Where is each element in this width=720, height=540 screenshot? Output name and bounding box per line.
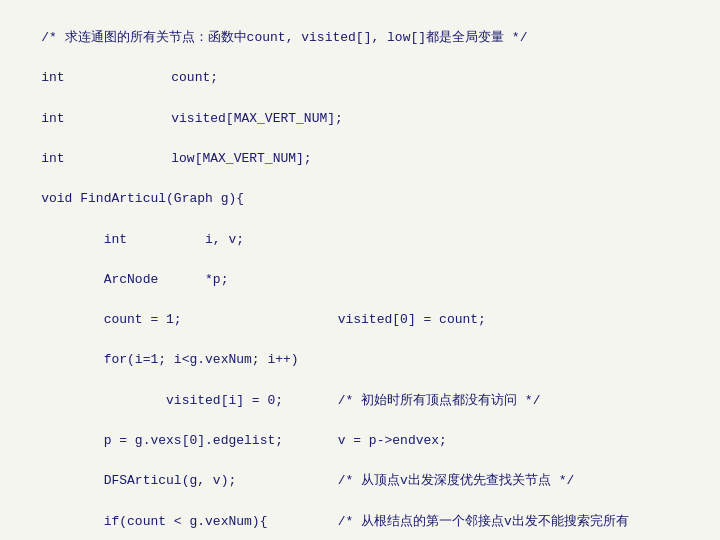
code-line-13: if(count < g.vexNum){ /* 从根结点的第一个邻接点v出发不… [41,514,629,529]
code-container: /* 求连通图的所有关节点：函数中count, visited[], low[]… [10,8,710,540]
code-line-10: visited[i] = 0; /* 初始时所有顶点都没有访问 */ [41,393,540,408]
code-line-6: int i, v; [41,232,244,247]
code-line-12: DFSArticul(g, v); /* 从顶点v出发深度优先查找关节点 */ [41,473,574,488]
code-line-4: int low[MAX_VERT_NUM]; [41,151,311,166]
code-line-3: int visited[MAX_VERT_NUM]; [41,111,343,126]
code-line-9: for(i=1; i<g.vexNum; i++) [41,352,298,367]
code-line-7: ArcNode *p; [41,272,228,287]
code-line-5: void FindArticul(Graph g){ [41,191,244,206]
code-line-2: int count; [41,70,273,85]
code-block: /* 求连通图的所有关节点：函数中count, visited[], low[]… [10,8,710,540]
code-line-11: p = g.vexs[0].edgelist; v = p->endvex; [41,433,447,448]
code-line-1: /* 求连通图的所有关节点：函数中count, visited[], low[]… [41,30,527,45]
code-line-8: count = 1; visited[0] = count; [41,312,486,327]
